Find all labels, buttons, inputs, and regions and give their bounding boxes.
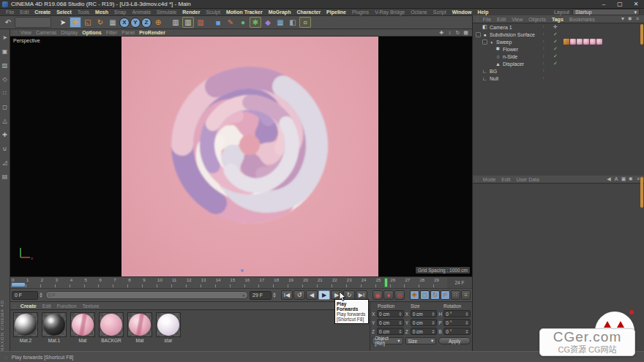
zoom-view-button[interactable]: ↕ [446, 29, 454, 36]
render-to-picture-viewer-button[interactable]: ▥ [182, 17, 194, 28]
frame-tick[interactable]: 9 [141, 277, 156, 288]
material-item[interactable]: star [154, 312, 182, 343]
panel-menu-icon[interactable]: ≡ [634, 16, 641, 22]
back-icon[interactable]: ◀ [605, 176, 613, 182]
object-manager-menu-item[interactable]: Objects [525, 17, 549, 22]
stepper-icon[interactable] [432, 321, 435, 325]
material-thumbnail[interactable] [13, 312, 38, 337]
frame-tick[interactable]: 7 [112, 277, 127, 288]
live-selection-tool[interactable]: ➤ [57, 17, 69, 28]
menu-item[interactable]: Character [293, 10, 323, 15]
record-parameter-toggle[interactable]: P [441, 290, 450, 300]
frame-tick[interactable]: 18 [272, 277, 287, 288]
apply-button[interactable]: Apply [438, 337, 471, 344]
material-thumbnail[interactable] [42, 312, 67, 337]
object-manager-menu-item[interactable]: File [480, 17, 494, 22]
enable-axis-button[interactable]: ✚ [1, 130, 10, 139]
add-environment-button[interactable]: ▦ [274, 17, 286, 28]
frame-tick[interactable]: 16 [244, 277, 258, 288]
undo-button[interactable]: ↶ [2, 17, 14, 28]
material-tag-icon[interactable] [583, 39, 589, 45]
object-row[interactable]: - ● Subdivision Surface ∶ ✓ [473, 31, 644, 38]
play-backwards-button[interactable]: ↺ [293, 290, 305, 300]
material-tag-icon[interactable] [577, 39, 583, 45]
scrollbar-thumb[interactable] [640, 177, 643, 208]
object-row[interactable]: ✱ Flower ∶ ✓ [473, 45, 644, 53]
frame-tick[interactable]: 10 [156, 277, 171, 288]
visibility-dots-icon[interactable]: ∶ [543, 61, 545, 67]
object-state-icon[interactable]: ✛ [553, 24, 558, 30]
scale-tool[interactable]: ◱ [82, 17, 94, 28]
stepper-icon[interactable] [399, 312, 402, 316]
workplane-lock-button[interactable]: ◿ [1, 158, 10, 167]
material-name[interactable]: star [165, 338, 173, 343]
panel-grip-icon[interactable]: ∷ [476, 177, 479, 182]
timeline-ruler[interactable]: 0123456789101112131415161718192021222324… [10, 277, 472, 289]
add-deformer-button[interactable]: ◆ [262, 17, 274, 28]
lock-y-axis-button[interactable]: Y [130, 18, 141, 28]
visibility-dots-icon[interactable]: ∶ [543, 75, 545, 81]
frame-tick[interactable]: 28 [418, 277, 433, 288]
record-position-toggle[interactable]: ✚ [410, 290, 419, 300]
frame-tick[interactable]: 3 [54, 277, 69, 288]
record-pla-toggle[interactable]: ∷ [451, 290, 460, 300]
frame-tick[interactable]: 17 [258, 277, 272, 288]
gear-icon[interactable]: ✱ [626, 16, 634, 22]
menu-item[interactable]: Simulate [154, 10, 179, 15]
frame-tick[interactable]: 14 [214, 277, 229, 288]
polygons-mode-button[interactable]: △ [1, 116, 10, 125]
expand-toggle-icon[interactable]: - [476, 32, 481, 37]
edges-mode-button[interactable]: ◻ [1, 102, 10, 111]
pen-tool[interactable]: ➤ [1, 33, 10, 42]
object-manager-menu-item[interactable]: Tags [549, 17, 566, 22]
text-icon[interactable]: A [613, 176, 620, 182]
material-tag-icon[interactable] [596, 39, 602, 45]
panel-grip-icon[interactable]: ∷ [14, 30, 17, 35]
menu-item[interactable]: Create [31, 10, 53, 15]
camera-view-label[interactable]: Perspective [13, 38, 40, 43]
frame-tick[interactable]: 6 [97, 277, 112, 288]
end-frame-field[interactable]: 29 F [250, 291, 272, 300]
record-keyframe-button[interactable]: ◉ [372, 290, 383, 300]
frame-tick[interactable]: 2 [40, 277, 54, 288]
material-item[interactable]: Mat [126, 312, 154, 343]
pan-view-button[interactable]: ✚ [438, 29, 446, 36]
object-state-icon[interactable]: ✓ [553, 61, 558, 67]
material-menu-item[interactable]: Function [54, 303, 80, 309]
menu-item[interactable]: Edit [17, 10, 31, 15]
stepper-icon[interactable] [40, 293, 42, 298]
add-light-button[interactable]: ○ [299, 17, 311, 28]
autokeying-button[interactable]: ● [383, 290, 394, 300]
stepper-icon[interactable] [399, 321, 402, 325]
material-name[interactable]: BACKGR [101, 338, 121, 343]
toggle-view-button[interactable]: ▦ [462, 29, 470, 36]
visibility-dots-icon[interactable]: ∶ [543, 31, 545, 37]
add-mograph-button[interactable]: ✱ [250, 17, 261, 28]
model-mode-button[interactable]: ▣ [1, 47, 10, 56]
add-generator-button[interactable]: ● [237, 17, 249, 28]
record-options-button[interactable]: ◎ [394, 290, 405, 300]
frame-tick[interactable]: 23 [345, 277, 360, 288]
object-name[interactable]: n-Side [503, 54, 517, 59]
menu-item[interactable]: Mesh [92, 10, 111, 15]
coordinate-system-button[interactable]: ⊕ [152, 17, 164, 28]
frame-tick[interactable]: 19 [287, 277, 302, 288]
menu-item[interactable]: Render [179, 10, 203, 15]
size-field[interactable]: 0 cm [411, 319, 438, 326]
menu-item[interactable]: Select [53, 10, 75, 15]
material-item[interactable]: Mat.1 [40, 312, 68, 343]
copy-icon[interactable]: ▣ [620, 176, 627, 182]
menu-item[interactable]: Script [430, 10, 449, 15]
expand-toggle-icon[interactable]: - [482, 39, 487, 45]
layout-select[interactable]: Startup▾ [572, 9, 640, 15]
viewport-menu-item[interactable]: View [18, 30, 34, 35]
material-menu-item[interactable]: Texture [80, 303, 102, 309]
add-camera-button[interactable]: ◧ [287, 17, 299, 28]
coord-mode-select[interactable]: Object (Rel)▾ [372, 337, 403, 344]
keyframe-selection-button[interactable]: ≡ [461, 290, 471, 300]
stepper-icon[interactable] [432, 312, 435, 316]
frame-tick[interactable]: 13 [200, 277, 214, 288]
object-manager-menu-item[interactable]: Edit [494, 17, 509, 22]
material-thumbnail[interactable] [99, 312, 124, 337]
menu-item[interactable]: File [3, 10, 17, 15]
